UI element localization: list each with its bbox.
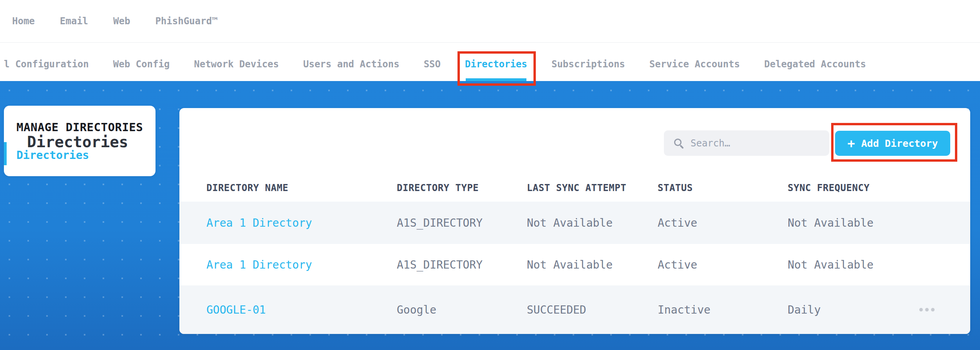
sub-nav-item-service-accounts[interactable]: Service Accounts (649, 59, 740, 70)
sidebar-title: MANAGE DIRECTORIES (16, 121, 143, 134)
add-directory-button[interactable]: + Add Directory (835, 131, 950, 156)
status-cell: Active (658, 258, 788, 271)
table-row: Area 1 Directory A1S_DIRECTORY Not Avail… (179, 244, 970, 285)
column-header-sync-frequency: SYNC FREQUENCY (788, 182, 922, 193)
sub-nav-item-delegated-accounts[interactable]: Delegated Accounts (764, 59, 866, 70)
row-ellipsis-menu-icon[interactable] (917, 306, 937, 314)
directory-type-cell: Google (397, 303, 527, 316)
top-nav: Home Email Web PhishGuard™ (0, 0, 980, 42)
top-nav-item-phishguard[interactable]: PhishGuard™ (155, 16, 217, 27)
column-header-directory-type: DIRECTORY TYPE (397, 182, 527, 193)
last-sync-attempt-cell: Not Available (527, 216, 658, 229)
directory-name-link[interactable]: GOOGLE-01 (206, 303, 397, 316)
last-sync-attempt-cell: SUCCEEDED (527, 303, 658, 316)
column-header-status: STATUS (658, 182, 788, 193)
sub-nav-item-directories[interactable]: Directories (465, 59, 527, 70)
table-row: Area 1 Directory A1S_DIRECTORY Not Avail… (179, 202, 970, 244)
directory-type-cell: A1S_DIRECTORY (397, 258, 527, 271)
sync-frequency-cell: Not Available (788, 216, 922, 229)
last-sync-attempt-cell: Not Available (527, 258, 658, 271)
sync-frequency-cell: Not Available (788, 258, 922, 271)
sub-nav-item-web-config[interactable]: Web Config (113, 59, 170, 70)
top-nav-item-web[interactable]: Web (113, 16, 130, 27)
directories-search-input[interactable] (691, 138, 829, 149)
column-header-last-sync-attempt: LAST SYNC ATTEMPT (527, 182, 658, 193)
directory-type-cell: A1S_DIRECTORY (397, 216, 527, 229)
table-row: GOOGLE-01 Google SUCCEEDED Inactive Dail… (179, 285, 970, 334)
add-directory-label: Add Directory (861, 138, 938, 149)
sub-nav-item-sso[interactable]: SSO (424, 59, 441, 70)
sub-nav-item-email-configuration[interactable]: l Configuration (4, 59, 89, 70)
column-header-directory-name: DIRECTORY NAME (206, 182, 397, 193)
active-tab-underline (466, 78, 526, 81)
directories-search[interactable] (664, 130, 829, 156)
directory-name-link[interactable]: Area 1 Directory (206, 216, 397, 229)
status-cell: Inactive (658, 303, 788, 316)
sync-frequency-cell: Daily (788, 303, 922, 316)
status-cell: Active (658, 216, 788, 229)
directory-name-link[interactable]: Area 1 Directory (206, 258, 397, 271)
plus-icon: + (848, 137, 855, 150)
settings-sub-nav: l Configuration Web Config Network Devic… (0, 42, 980, 81)
sub-nav-item-users-and-actions[interactable]: Users and Actions (303, 59, 400, 70)
sub-nav-item-subscriptions[interactable]: Subscriptions (551, 59, 625, 70)
page-title: Directories (27, 133, 128, 151)
sidebar-active-indicator (4, 142, 7, 165)
sub-nav-item-network-devices[interactable]: Network Devices (194, 59, 279, 70)
table-header-row: DIRECTORY NAME DIRECTORY TYPE LAST SYNC … (179, 179, 970, 197)
search-icon (674, 139, 683, 148)
top-nav-item-home[interactable]: Home (12, 16, 35, 27)
top-nav-item-email[interactable]: Email (60, 16, 88, 27)
